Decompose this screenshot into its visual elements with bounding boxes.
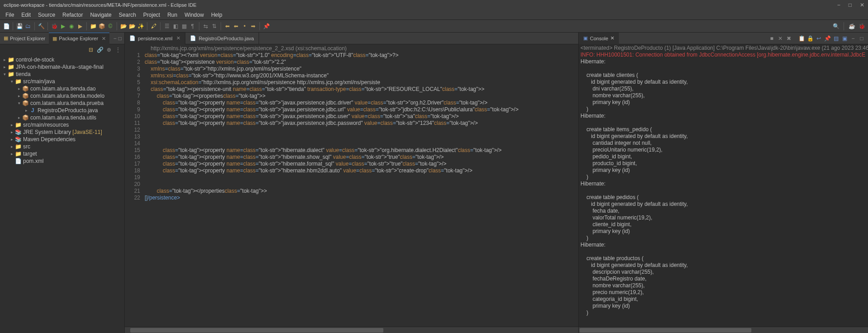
code-line[interactable]: []/persistence> — [143, 195, 578, 201]
tree-item[interactable]: ▸📦com.latam.alura.tienda.dao — [0, 85, 124, 92]
code-line[interactable]: xmlns=class="tok-str">"http://xmlns.jcp.… — [143, 66, 578, 72]
menu-edit[interactable]: Edit — [18, 12, 34, 18]
tree-item[interactable]: ▸JRegistroDeProducto.java — [0, 107, 124, 114]
highlight-icon[interactable]: 🖍 — [150, 23, 157, 30]
collapse-all-icon[interactable]: ⊟ — [87, 46, 94, 53]
new-icon[interactable]: 📄 — [3, 23, 10, 30]
tree-item[interactable]: ▸📁control-de-stock — [0, 56, 124, 63]
editor-tab-persistence-xml[interactable]: 📄persistence.xml✕ — [125, 33, 185, 44]
run-last-icon[interactable]: ▶ — [76, 23, 84, 30]
build-icon[interactable]: 🔨 — [38, 23, 45, 30]
twisty-icon[interactable]: ▸ — [9, 152, 14, 156]
terminate-icon[interactable]: ■ — [768, 35, 775, 42]
code-line[interactable]: class="tok-tag"><property name=class="to… — [143, 161, 578, 167]
code-line[interactable]: class="tok-tag"></propertiesclass="tok-t… — [143, 188, 578, 195]
tree-item[interactable]: ▸📦com.latam.alura.tienda.utils — [0, 114, 124, 121]
console-tab[interactable]: ▣ Console ✕ — [579, 33, 619, 44]
menu-file[interactable]: File — [2, 12, 18, 18]
view-menu-icon[interactable]: ⋮ — [114, 46, 122, 53]
sync-icon[interactable]: ⇆ — [202, 23, 209, 30]
minimize-button[interactable]: − — [837, 2, 840, 8]
twisty-icon[interactable]: ▸ — [24, 108, 29, 113]
debug-icon[interactable]: 🐞 — [51, 23, 58, 30]
twisty-icon[interactable]: ▸ — [16, 94, 22, 98]
code-line[interactable] — [143, 127, 578, 133]
code-area[interactable]: 12345678910111213141516171819202122 http… — [125, 44, 578, 327]
save-icon[interactable]: 💾 — [16, 23, 23, 30]
twisty-icon[interactable]: ▸ — [16, 86, 22, 91]
minimize-view-icon[interactable]: − — [113, 35, 117, 42]
menu-search[interactable]: Search — [115, 12, 140, 18]
remove-all-icon[interactable]: ✖ — [785, 35, 793, 42]
code-line[interactable] — [143, 181, 578, 188]
console-body[interactable]: <terminated> RegistroDeProducto (1) [Jav… — [579, 44, 868, 327]
tree-item[interactable]: ▸📦com.latam.alura.tienda.modelo — [0, 92, 124, 100]
nav-back2-icon[interactable]: ⬅ — [232, 23, 240, 30]
editor-tab-RegistroDeProducto-java[interactable]: 📄RegistroDeProducto.java — [185, 33, 259, 44]
save-all-icon[interactable]: 🗂 — [24, 23, 32, 30]
code-line[interactable]: class="tok-tag"><property name=class="to… — [143, 120, 578, 127]
close-icon[interactable]: ✕ — [176, 35, 180, 41]
display-icon[interactable]: ▤ — [832, 35, 840, 42]
wrap-icon[interactable]: ↩ — [815, 35, 822, 42]
new-java-project-icon[interactable]: 📁 — [90, 23, 97, 30]
code-line[interactable]: class="tok-tag"><property name=class="to… — [143, 154, 578, 161]
perspective-debug-icon[interactable]: 🐞 — [858, 23, 865, 30]
toggle-breadcrumb-icon[interactable]: ☰ — [163, 23, 170, 30]
code-line[interactable]: class="tok-tag"><persistence version=cla… — [143, 59, 578, 66]
tree-item[interactable]: ▾📁src/main/java — [0, 78, 124, 85]
nav-back-icon[interactable]: ⬅ — [224, 23, 231, 30]
menu-source[interactable]: Source — [34, 12, 59, 18]
twisty-icon[interactable]: ▸ — [9, 123, 14, 127]
toggle-mark-icon[interactable]: ◧ — [172, 23, 179, 30]
code-line[interactable]: class="tok-tag"><?xml version=class="tok… — [143, 52, 578, 59]
scrollbar-thumb[interactable] — [580, 328, 751, 333]
code-body[interactable]: http://xmlns.jcp.org/xml/ns/persistence/… — [143, 44, 578, 327]
view-tab-package-explorer[interactable]: ▦Package Explorer✕ — [49, 33, 109, 44]
maximize-view-icon[interactable]: □ — [118, 35, 122, 42]
twisty-icon[interactable]: ▸ — [9, 144, 14, 149]
open-console-icon[interactable]: ▣ — [841, 35, 848, 42]
clear-console-icon[interactable]: 📋 — [798, 35, 805, 42]
nav-fwd-icon[interactable]: ➡ — [250, 23, 257, 30]
scrollbar-thumb[interactable] — [130, 328, 383, 333]
tree-item[interactable]: ▾📦com.latam.alura.tienda.prueba — [0, 100, 124, 107]
scroll-lock-icon[interactable]: 🔒 — [807, 35, 814, 42]
menu-window[interactable]: Window — [181, 12, 208, 18]
pin-console-icon[interactable]: 📌 — [824, 35, 831, 42]
code-line[interactable]: class="tok-tag"><propertiesclass="tok-ta… — [143, 93, 578, 100]
open-type-icon[interactable]: 📂 — [120, 23, 127, 30]
wand-icon[interactable]: ✨ — [137, 23, 144, 30]
twisty-icon[interactable]: ▸ — [2, 65, 7, 69]
tree-item[interactable]: ▾📁tienda — [0, 71, 124, 78]
code-line[interactable]: class="tok-tag"><property name=class="to… — [143, 147, 578, 154]
tree-item[interactable]: ▸📁src — [0, 143, 124, 150]
menu-navigate[interactable]: Navigate — [86, 12, 115, 18]
close-icon[interactable]: ✕ — [610, 35, 614, 41]
menu-project[interactable]: Project — [140, 12, 164, 18]
tree-item[interactable]: 📄pom.xml — [0, 157, 124, 165]
search-icon[interactable]: 🔍 — [832, 23, 840, 30]
tree-item[interactable]: ▸📁target — [0, 150, 124, 157]
twisty-icon[interactable]: ▾ — [2, 72, 7, 76]
code-line[interactable]: class="tok-tag"><property name=class="to… — [143, 167, 578, 174]
twisty-icon[interactable]: ▾ — [9, 79, 14, 84]
twisty-icon[interactable]: ▸ — [9, 137, 14, 142]
menu-refactor[interactable]: Refactor — [59, 12, 86, 18]
code-line[interactable] — [143, 133, 578, 140]
min-view-icon[interactable]: − — [849, 35, 857, 42]
twisty-icon[interactable]: ▸ — [2, 57, 7, 62]
twisty-icon[interactable]: ▸ — [16, 115, 22, 120]
close-button[interactable]: ✕ — [860, 2, 864, 8]
tree-item[interactable]: ▸📚Maven Dependencies — [0, 136, 124, 143]
code-line[interactable]: xsi:schemaLocation="http://xmlns.jcp.org… — [143, 79, 578, 86]
coverage-icon[interactable]: ◉ — [68, 23, 75, 30]
folder2-icon[interactable]: 📂 — [128, 23, 136, 30]
code-line[interactable]: class="tok-tag"><persistence-unit name=c… — [143, 86, 578, 93]
code-line[interactable] — [143, 140, 578, 147]
max-view-icon[interactable]: □ — [858, 35, 865, 42]
new-class-icon[interactable]: © — [107, 23, 114, 30]
tree-item[interactable]: ▸📁src/main/resources — [0, 121, 124, 128]
whitespace-icon[interactable]: ¶ — [189, 23, 196, 30]
code-line[interactable]: class="tok-tag"><property name=class="to… — [143, 106, 578, 113]
